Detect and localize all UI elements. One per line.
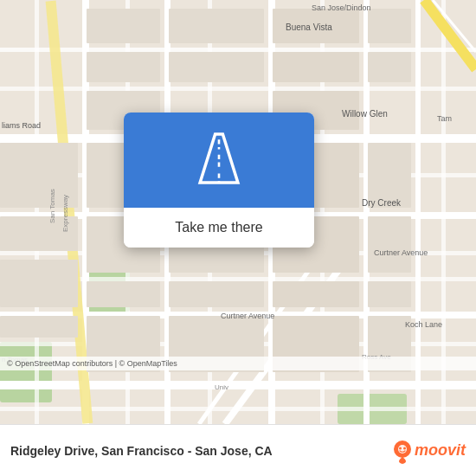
svg-rect-39 <box>368 9 411 43</box>
moovit-pin-icon <box>392 438 413 464</box>
svg-rect-48 <box>368 216 411 273</box>
svg-text:Tam: Tam <box>437 114 452 123</box>
svg-text:Expressway: Expressway <box>61 195 69 232</box>
svg-text:San Jose/Dindon: San Jose/Dindon <box>312 3 371 12</box>
svg-rect-15 <box>0 87 476 91</box>
svg-rect-51 <box>273 281 359 307</box>
svg-text:Curtner Avenue: Curtner Avenue <box>221 312 274 320</box>
svg-rect-8 <box>0 381 476 389</box>
svg-text:San Tomas: San Tomas <box>48 189 56 223</box>
location-name: Ridgeley Drive, San Francisco - San Jose… <box>10 444 392 458</box>
svg-rect-35 <box>169 52 264 82</box>
svg-text:Willow Glen: Willow Glen <box>342 109 388 119</box>
svg-text:Koch Lane: Koch Lane <box>405 320 442 329</box>
svg-rect-52 <box>368 281 411 307</box>
svg-rect-34 <box>169 9 264 43</box>
svg-rect-60 <box>0 316 78 338</box>
svg-rect-50 <box>169 281 264 307</box>
moovit-brand-text: moovit <box>415 441 466 460</box>
svg-text:liams Road: liams Road <box>2 121 41 130</box>
svg-rect-59 <box>0 260 78 307</box>
svg-point-82 <box>399 447 402 449</box>
moovit-logo: moovit <box>392 438 466 464</box>
svg-rect-49 <box>87 281 160 307</box>
osm-attribution: © OpenStreetMap contributors | © OpenMap… <box>0 357 476 370</box>
svg-rect-32 <box>87 52 160 82</box>
svg-rect-3 <box>0 342 52 402</box>
svg-text:Univ: Univ <box>215 383 228 391</box>
cta-card: Take me there <box>124 113 314 248</box>
svg-text:Buena Vista: Buena Vista <box>286 23 332 32</box>
svg-rect-14 <box>0 48 476 52</box>
cta-icon-area <box>124 113 314 208</box>
svg-text:Dry Creek: Dry Creek <box>362 198 402 208</box>
bottom-bar: Ridgeley Drive, San Francisco - San Jose… <box>0 424 476 476</box>
road-icon <box>189 128 249 192</box>
svg-rect-40 <box>368 52 411 82</box>
svg-point-83 <box>403 447 406 449</box>
svg-rect-31 <box>87 9 160 43</box>
take-me-there-button[interactable]: Take me there <box>124 208 314 248</box>
svg-rect-37 <box>273 52 359 82</box>
svg-text:Curtner Avenue: Curtner Avenue <box>374 248 428 257</box>
map-container: San Jose/Dindon Buena Vista Willow Glen … <box>0 0 476 424</box>
location-text: Ridgeley Drive, San Francisco - San Jose… <box>10 444 392 458</box>
